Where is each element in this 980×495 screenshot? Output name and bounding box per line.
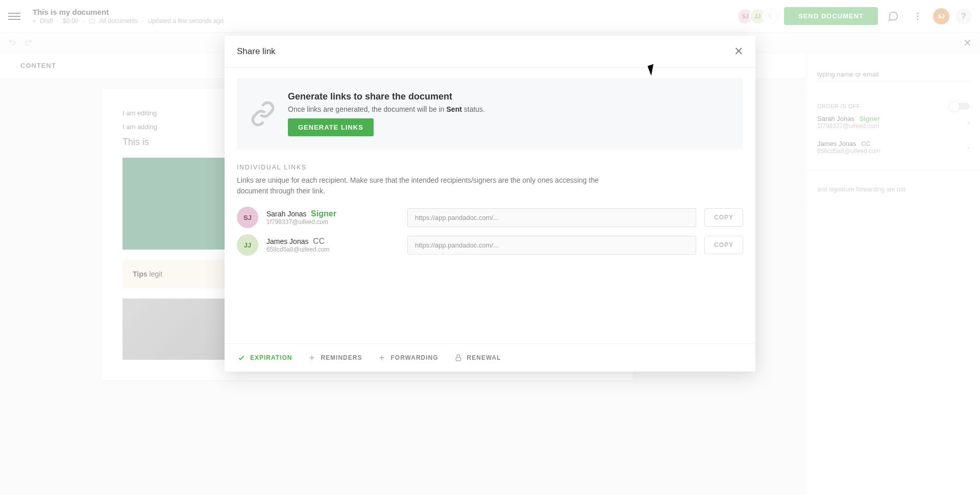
share-link-input[interactable] [407, 208, 696, 227]
check-icon [237, 353, 246, 362]
lock-icon [454, 353, 463, 362]
share-link-modal: Share link ✕ Generate links to share the… [225, 36, 755, 372]
plus-icon [377, 353, 386, 362]
modal-title: Share link [237, 46, 276, 57]
generate-box: Generate links to share the document Onc… [237, 78, 743, 150]
copy-button[interactable]: COPY [704, 236, 743, 254]
modal-footer: EXPIRATION REMINDERS FORWARDING RENEWAL [225, 343, 755, 372]
link-person-email: 1f799337@uifeed.com [266, 218, 399, 226]
expiration-option[interactable]: EXPIRATION [237, 353, 292, 362]
svg-rect-4 [456, 357, 460, 361]
avatar-sj: SJ [237, 207, 258, 228]
forwarding-option[interactable]: FORWARDING [377, 353, 438, 362]
link-person-role: CC [313, 237, 325, 245]
share-link-input[interactable] [407, 236, 696, 255]
link-row: SJ Sarah Jonas Signer 1f799337@uifeed.co… [237, 207, 743, 228]
link-icon [250, 101, 276, 127]
link-person-role: Signer [311, 209, 336, 218]
generate-links-button[interactable]: GENERATE LINKS [288, 118, 374, 136]
renewal-option[interactable]: RENEWAL [454, 353, 501, 362]
link-row: JJ James Jonas CC 658cd5a8@uifeed.com CO… [237, 234, 743, 256]
plus-icon [307, 353, 316, 362]
individual-links-desc: Links are unique for each recipient. Mak… [237, 175, 625, 196]
modal-overlay: Share link ✕ Generate links to share the… [0, 0, 980, 495]
copy-button[interactable]: COPY [704, 208, 743, 227]
generate-subtitle: Once links are generated, the document w… [288, 105, 730, 113]
link-person-name: James Jonas [266, 237, 308, 245]
individual-links-label: INDIVIDUAL LINKS [237, 164, 743, 171]
modal-close-button[interactable]: ✕ [734, 45, 743, 58]
generate-title: Generate links to share the document [288, 91, 730, 102]
link-person-email: 658cd5a8@uifeed.com [266, 246, 399, 253]
avatar-jj: JJ [237, 234, 258, 256]
reminders-option[interactable]: REMINDERS [307, 353, 362, 362]
link-person-name: Sarah Jonas [266, 210, 307, 218]
